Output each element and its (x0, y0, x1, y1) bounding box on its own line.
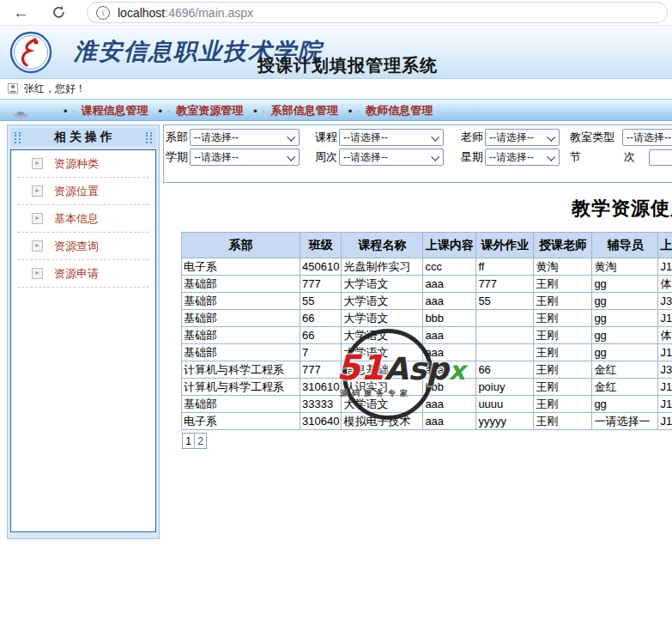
cell: 王刚 (534, 310, 592, 327)
dotted-handle-icon (146, 132, 152, 143)
sidebar-item-resource-location[interactable]: ▸资源位置 (17, 178, 149, 205)
cell: gg (592, 327, 658, 344)
filter-label-dept: 系部 (166, 130, 188, 145)
cell: gg (592, 396, 658, 413)
table-row: 电子系310640模拟电子技术aaayyyyy王刚一请选择一J1-1 (182, 413, 672, 430)
sidebar-item-label: 资源位置 (54, 184, 99, 199)
cell: 王刚 (534, 361, 592, 379)
sidebar-menu: ▸资源种类▸资源位置▸基本信息▸资源查询▸资源申请 (10, 149, 156, 532)
cell: gg (592, 344, 658, 361)
dotted-handle-icon (15, 132, 21, 143)
cell: 黄淘 (534, 258, 592, 276)
cell (476, 344, 534, 361)
cell: 7 (300, 344, 342, 361)
sidebar-item-resource-query[interactable]: ▸资源查询 (17, 233, 149, 260)
sidebar-item-resource-type[interactable]: ▸资源种类 (17, 150, 149, 178)
filter-input-times[interactable] (649, 149, 672, 166)
greeting-text: 张红，您好！ (24, 82, 86, 96)
sidebar-item-label: 资源申请 (54, 266, 99, 282)
cell: 大学语文 (342, 327, 423, 344)
filter-select-week[interactable]: --请选择-- (339, 149, 444, 166)
cell: aaa (423, 276, 476, 293)
cell: 大学语文 (342, 293, 423, 310)
arrow-box-icon: ▸ (32, 158, 43, 169)
filter-label-period: 节 (570, 149, 581, 165)
cell: 777 (300, 276, 342, 293)
sidebar-title: 相 关 操 作 (25, 130, 142, 145)
nav-bar: •·课程信息管理•·教室资源管理•·系部信息管理•·教师信息管理 (0, 100, 672, 121)
table-header-row: 系部班级课程名称上课内容课外作业授课老师辅导员上课地点 (182, 233, 672, 258)
menu-bullet-icon: • (348, 105, 353, 118)
cell: 66 (476, 361, 534, 379)
select-value: --请选择-- (194, 150, 239, 165)
filter-select-weekday[interactable]: --请选择-- (485, 149, 560, 166)
back-icon[interactable]: ← (13, 4, 29, 21)
sidebar-item-label: 资源查询 (54, 239, 99, 254)
chevron-down-icon (287, 132, 295, 141)
nav-menu: •·课程信息管理•·教室资源管理•·系部信息管理•·教师信息管理 (53, 101, 433, 120)
nav-course-info[interactable]: 课程信息管理 (82, 103, 148, 118)
cell: 光盘制作实习 (342, 258, 423, 276)
col-header: 课程名称 (342, 233, 423, 258)
cell: aaa (423, 327, 476, 344)
cell: J1-1 (658, 258, 672, 276)
table-row: 电子系450610光盘制作实习cccff黄淘黄淘J1-1 (182, 258, 672, 276)
filter-label-teacher: 老师 (461, 130, 483, 145)
page-link-1[interactable]: 1 (182, 433, 195, 449)
filter-select-room-type[interactable]: --请选择-- (622, 129, 672, 146)
refresh-icon[interactable] (51, 5, 66, 20)
nav-teacher-info[interactable]: 教师信息管理 (366, 103, 433, 118)
cell: 计算机与科学工程系 (182, 361, 300, 379)
cell: gg (592, 293, 658, 310)
table-row: 基础部777大学语文aaa777王刚gg体育馆 (182, 276, 672, 293)
pagination: 12 (182, 433, 672, 449)
cell: 王刚 (534, 293, 592, 310)
menu-dash-icon: · (356, 105, 360, 117)
filter-label-semester: 学期 (166, 149, 188, 165)
menu-dash-icon: · (166, 105, 170, 117)
cell: 777 (300, 361, 342, 379)
page-title: 教学资源使用情况 (163, 196, 672, 222)
page-link-2[interactable]: 2 (194, 433, 207, 449)
table-row: 基础部7大学语文aaa 王刚ggJ1-4 (182, 344, 672, 361)
cell (476, 310, 534, 327)
cell: 体育馆 (658, 276, 672, 293)
cell: 基础部 (182, 327, 300, 344)
table-wrap: 系部班级课程名称上课内容课外作业授课老师辅导员上课地点 电子系450610光盘制… (181, 232, 672, 430)
cell: uuuu (476, 396, 534, 413)
arrow-box-icon: ▸ (32, 185, 43, 197)
url-path: :4696/main.aspx (165, 6, 253, 20)
cell: 电子系 (182, 258, 300, 276)
cell: 模拟电子技术 (342, 413, 423, 430)
cell: yyyyy (476, 413, 534, 430)
arrow-box-icon: ▸ (32, 268, 43, 279)
chevron-down-icon (547, 132, 555, 141)
sidebar-item-basic-info[interactable]: ▸基本信息 (17, 205, 149, 233)
menu-bullet-icon: • (253, 105, 257, 118)
nav-home-icon[interactable] (12, 107, 29, 123)
filter-select-course[interactable]: --请选择-- (339, 129, 444, 146)
filter-select-semester[interactable]: --请选择-- (190, 149, 300, 166)
arrow-box-icon: ▸ (32, 213, 43, 224)
filter-select-dept[interactable]: --请选择-- (190, 129, 300, 146)
info-icon[interactable]: i (96, 6, 110, 20)
cell: 大学语文 (342, 396, 423, 413)
cell: aaa (423, 413, 476, 430)
cell: aaa (423, 396, 476, 413)
table-row: 基础部66大学语文aaa 王刚gg体育馆 (182, 327, 672, 344)
chevron-down-icon (431, 152, 439, 161)
cell: 大学语文 (342, 344, 423, 361)
cell: 66 (300, 310, 342, 327)
table-row: 计算机与科学工程系777信息基础aaa66王刚金红J3-1 (182, 361, 672, 379)
col-header: 上课内容 (423, 233, 476, 258)
filter-row-2: 学期--请选择--周次--请选择--星期--请选择--节次 (166, 148, 672, 167)
sidebar-item-resource-apply[interactable]: ▸资源申请 (17, 260, 149, 288)
cell: 王刚 (534, 276, 592, 293)
nav-dept-info[interactable]: 系部信息管理 (271, 103, 338, 118)
filter-select-teacher[interactable]: --请选择-- (485, 129, 560, 146)
address-bar[interactable]: i localhost:4696/main.aspx (87, 2, 668, 23)
nav-room-resource[interactable]: 教室资源管理 (176, 103, 243, 118)
menu-dash-icon: · (72, 105, 76, 117)
cell: J1-4 (658, 344, 672, 361)
chevron-down-icon (287, 152, 295, 161)
